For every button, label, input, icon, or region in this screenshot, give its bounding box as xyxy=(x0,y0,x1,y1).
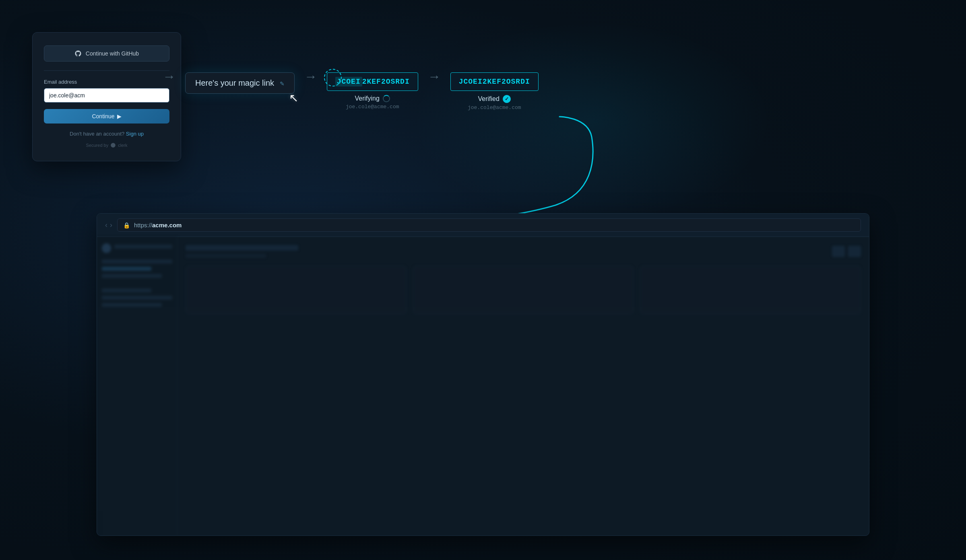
email-input[interactable] xyxy=(44,88,169,103)
github-button[interactable]: Continue with GitHub xyxy=(44,45,169,62)
sign-up-label: Sign up xyxy=(126,131,144,137)
sidebar-user xyxy=(102,243,172,253)
url-bar[interactable]: 🔒 https://acme.com xyxy=(117,218,861,232)
github-btn-label: Continue with GitHub xyxy=(86,50,139,57)
verifying-status-text: Verifying xyxy=(346,95,399,102)
browser-window: ‹ › 🔒 https://acme.com xyxy=(97,213,869,536)
verifying-email: joe.cole@acme.com xyxy=(346,104,399,110)
secured-by-text: Secured by xyxy=(86,143,109,148)
sidebar-nav-6 xyxy=(102,303,162,307)
secured-by-section: Secured by clerk xyxy=(44,142,169,148)
url-domain: acme.com xyxy=(152,222,182,229)
clerk-label: clerk xyxy=(118,143,127,148)
no-account-text: Don't have an account? xyxy=(70,131,124,137)
verified-check-icon: ✓ xyxy=(503,95,511,103)
forward-button[interactable]: › xyxy=(110,221,112,229)
browser-nav-buttons: ‹ › xyxy=(105,221,112,229)
magic-link-step: Here's your magic link ✎ ↖ xyxy=(185,72,295,94)
no-account-section: Don't have an account? Sign up xyxy=(44,131,169,137)
main-title-block xyxy=(186,245,298,251)
browser-main xyxy=(178,237,869,536)
sidebar-username-block xyxy=(114,245,172,249)
arrow-1: → xyxy=(153,72,185,84)
browser-toolbar: ‹ › 🔒 https://acme.com xyxy=(97,214,869,237)
continue-btn-label: Continue xyxy=(92,113,114,119)
verified-status-text: Verified ✓ xyxy=(468,95,521,103)
sidebar-nav-2 xyxy=(102,267,151,271)
token-full-verified: JCOEI2KEF2OSRDI xyxy=(459,78,530,86)
verifying-step: JCOEI2KEF2OSRDI Verifying joe.cole@acme.… xyxy=(327,72,418,110)
verifying-status: Verifying joe.cole@acme.com xyxy=(346,95,399,110)
edit-icon: ✎ xyxy=(280,80,285,87)
main-btn-2 xyxy=(848,246,861,257)
continue-arrow-icon: ▶ xyxy=(117,113,122,119)
lock-icon: 🔒 xyxy=(123,222,130,229)
content-card-3 xyxy=(640,266,861,314)
spinner-icon xyxy=(383,95,390,102)
verifying-label: Verifying xyxy=(355,95,380,102)
content-card-2 xyxy=(413,266,634,314)
sidebar-avatar xyxy=(102,243,111,253)
arrow-2: → xyxy=(295,72,327,84)
main-button-group xyxy=(832,246,861,257)
sidebar-nav-5 xyxy=(102,296,172,300)
email-label: Email address xyxy=(44,79,169,85)
verified-step: JCOEI2KEF2OSRDI Verified ✓ joe.cole@acme… xyxy=(450,72,539,111)
arrow-3: → xyxy=(418,72,450,84)
dotted-circle xyxy=(324,69,342,86)
url-protocol: https:// xyxy=(134,222,152,229)
cursor-icon: ↖ xyxy=(289,91,298,105)
main-sub-block xyxy=(186,254,266,258)
verified-email: joe.cole@acme.com xyxy=(468,105,521,111)
token-box-verified: JCOEI2KEF2OSRDI xyxy=(450,72,539,91)
github-icon xyxy=(74,50,82,57)
magic-link-label: Here's your magic link xyxy=(195,78,274,87)
main-header xyxy=(186,245,861,258)
content-card-1 xyxy=(186,266,407,314)
sidebar-nav-4 xyxy=(102,288,151,292)
sidebar-nav-1 xyxy=(102,259,172,264)
flow-diagram: → Here's your magic link ✎ ↖ → JCOEI2KEF… xyxy=(153,72,942,111)
flow-arrow-1-icon: → xyxy=(163,69,175,84)
url-text: https://acme.com xyxy=(134,222,182,229)
browser-content xyxy=(97,237,869,536)
flow-arrow-3-icon: → xyxy=(428,69,441,84)
sign-up-link[interactable]: Sign up xyxy=(126,131,144,137)
main-title-area xyxy=(186,245,298,258)
continue-button[interactable]: Continue ▶ xyxy=(44,109,169,124)
flow-arrow-2-icon: → xyxy=(304,69,317,84)
content-grid xyxy=(186,266,861,314)
main-btn-1 xyxy=(832,246,845,257)
clerk-logo-icon xyxy=(110,142,116,148)
verified-label: Verified xyxy=(478,95,500,103)
divider xyxy=(44,70,169,71)
token-box-verifying: JCOEI2KEF2OSRDI xyxy=(327,72,418,91)
back-button[interactable]: ‹ xyxy=(105,221,107,229)
verified-status: Verified ✓ joe.cole@acme.com xyxy=(468,95,521,111)
svg-point-0 xyxy=(111,143,116,148)
token-rest-verifying: 2KEF2OSRDI xyxy=(362,78,410,86)
sidebar-nav-3 xyxy=(102,274,162,278)
browser-sidebar xyxy=(97,237,178,536)
magic-link-box: Here's your magic link ✎ ↖ xyxy=(185,72,295,94)
